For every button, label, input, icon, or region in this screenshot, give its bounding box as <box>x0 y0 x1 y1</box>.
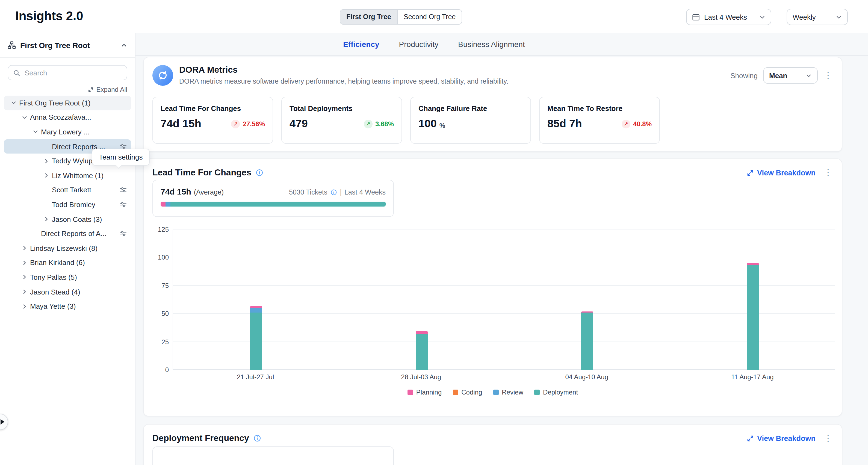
phase-segment-planning[interactable] <box>161 202 165 207</box>
date-range-select[interactable]: Last 4 Weeks <box>686 9 771 25</box>
tree-item[interactable]: Tony Pallas (5) <box>4 270 131 284</box>
tree-item[interactable]: Jason Coats (3) <box>4 212 131 226</box>
bar-segment-planning[interactable] <box>415 331 428 334</box>
team-settings-tooltip: Team settings <box>92 149 150 165</box>
tree-item[interactable]: Liz Whittome (1) <box>4 168 131 183</box>
bar-segment-review[interactable] <box>250 308 262 313</box>
tree-item[interactable]: Anna Scozzafava... <box>4 110 131 125</box>
team-settings-icon[interactable] <box>120 230 127 237</box>
info-icon[interactable] <box>253 434 261 442</box>
legend-label: Coding <box>461 389 482 396</box>
legend-label: Planning <box>416 389 442 396</box>
aggregation-select[interactable]: Mean <box>763 67 818 84</box>
metric-unit: % <box>439 122 445 129</box>
stacked-bar[interactable] <box>581 311 593 370</box>
metric-cards-row: Lead Time For Changes74d 15h↗27.56%Total… <box>152 97 660 144</box>
kebab-menu-icon[interactable]: ⋮ <box>823 434 833 443</box>
trend-up-icon: ↗ <box>231 119 240 128</box>
team-settings-icon[interactable] <box>120 187 127 194</box>
chevron-down-icon[interactable] <box>31 129 40 135</box>
tree-item[interactable]: Direct Reports of A... <box>4 226 131 241</box>
granularity-select[interactable]: Weekly <box>786 9 848 25</box>
search-input[interactable] <box>8 66 127 80</box>
bar-segment-deployment[interactable] <box>415 334 428 370</box>
tab-business-alignment[interactable]: Business Alignment <box>458 33 525 56</box>
sidebar-title: First Org Tree Root <box>20 41 116 50</box>
chevron-down-icon <box>836 14 842 20</box>
tabs-divider <box>135 55 868 56</box>
kebab-menu-icon[interactable]: ⋮ <box>823 168 833 177</box>
legend-swatch <box>493 390 498 395</box>
chevron-down-icon[interactable] <box>9 100 18 106</box>
date-range-value: Last 4 Weeks <box>704 13 755 21</box>
stacked-bar[interactable] <box>250 306 262 370</box>
tree-item[interactable]: First Org Tree Root (1) <box>4 96 131 110</box>
metric-delta-value: 40.8% <box>633 120 652 128</box>
trend-up-icon: ↗ <box>364 119 373 128</box>
trend-up-icon: ↗ <box>622 119 630 128</box>
tree-item-label: Mary Lowery ... <box>41 128 90 136</box>
y-tick-label: 25 <box>161 338 169 346</box>
chevron-right-icon[interactable] <box>42 158 51 164</box>
tree-item-label: Anna Scozzafava... <box>30 113 91 122</box>
aggregation-value: Mean <box>769 71 787 80</box>
stacked-bar[interactable] <box>746 262 758 370</box>
toggle-second-org-tree[interactable]: Second Org Tree <box>398 10 462 24</box>
x-tick-label: 28 Jul-03 Aug <box>401 373 441 381</box>
arrow-right-icon <box>1 419 4 425</box>
expand-all-button[interactable]: Expand All <box>8 86 127 93</box>
tree-item[interactable]: Mary Lowery ... <box>4 125 131 139</box>
chevron-right-icon[interactable] <box>42 173 51 178</box>
tree-item-label: Liz Whittome (1) <box>52 172 103 180</box>
legend-swatch <box>407 390 413 395</box>
chevron-right-icon[interactable] <box>20 289 29 294</box>
bar-segment-deployment[interactable] <box>250 313 262 370</box>
legend-item-planning[interactable]: Planning <box>407 389 442 396</box>
bar-segment-deployment[interactable] <box>581 313 593 370</box>
tree-item-label: Maya Yette (3) <box>30 302 76 310</box>
view-breakdown-button[interactable]: View Breakdown <box>747 168 815 177</box>
info-icon[interactable] <box>256 169 263 177</box>
legend-label: Review <box>502 389 523 396</box>
metric-value-row: 85d 7h↗40.8% <box>547 118 652 130</box>
tree-item[interactable]: Maya Yette (3) <box>4 299 131 314</box>
chevron-down-icon[interactable] <box>20 115 29 120</box>
bar-segment-deployment[interactable] <box>746 265 758 370</box>
gridline <box>173 369 835 370</box>
stacked-bar[interactable] <box>415 331 428 370</box>
phase-segment-deployment[interactable] <box>170 202 386 207</box>
toggle-first-org-tree[interactable]: First Org Tree <box>340 10 398 24</box>
x-tick-label: 21 Jul-27 Jul <box>237 373 274 381</box>
metric-delta-value: 3.68% <box>375 120 394 128</box>
chart-legend: PlanningCodingReviewDeployment <box>144 389 842 396</box>
legend-item-review[interactable]: Review <box>493 389 523 396</box>
chevron-up-icon[interactable] <box>121 42 127 49</box>
summary-value: 74d 15h <box>161 187 191 196</box>
chevron-right-icon[interactable] <box>42 216 51 222</box>
chevron-right-icon[interactable] <box>20 275 29 280</box>
phase-segment-review[interactable] <box>165 202 170 207</box>
chevron-right-icon[interactable] <box>20 260 29 266</box>
tab-efficiency[interactable]: Efficiency <box>343 33 379 56</box>
legend-item-coding[interactable]: Coding <box>453 389 482 396</box>
tree-item[interactable]: Lindsay Liszewski (8) <box>4 241 131 255</box>
tree-item[interactable]: Scott Tarkett <box>4 183 131 197</box>
legend-item-deployment[interactable]: Deployment <box>534 389 578 396</box>
chevron-right-icon[interactable] <box>20 304 29 309</box>
tree-item[interactable]: Jason Stead (4) <box>4 284 131 299</box>
tab-productivity[interactable]: Productivity <box>399 33 439 56</box>
dora-description: DORA metrics measure software delivery p… <box>179 78 508 85</box>
metric-value-row: 74d 15h↗27.56% <box>161 118 265 130</box>
chevron-right-icon[interactable] <box>20 245 29 251</box>
team-settings-icon[interactable] <box>120 201 127 208</box>
bar-segment-planning[interactable] <box>746 262 758 265</box>
tree-item[interactable]: Brian Kirkland (6) <box>4 255 131 270</box>
view-breakdown-button[interactable]: View Breakdown <box>747 434 815 442</box>
deployment-frequency-title: Deployment Frequency <box>152 433 249 443</box>
lead-time-header: Lead Time For Changes View Breakdown ⋮ <box>144 159 842 178</box>
dora-titles: DORA Metrics DORA metrics measure softwa… <box>179 65 508 85</box>
kebab-menu-icon[interactable]: ⋮ <box>823 71 833 80</box>
org-tree: First Org Tree Root (1)Anna Scozzafava..… <box>0 96 135 314</box>
info-icon[interactable] <box>331 189 337 196</box>
tree-item[interactable]: Todd Bromley <box>4 197 131 212</box>
